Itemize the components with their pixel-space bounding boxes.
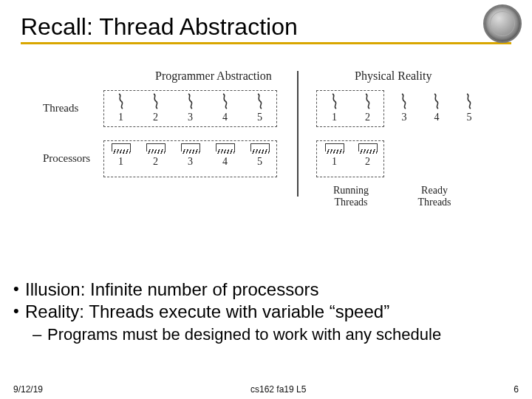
- row-label-processors: Processors: [43, 152, 90, 165]
- thread-num: 4: [208, 112, 242, 123]
- row-label-threads: Threads: [43, 102, 78, 115]
- diagram-divider: [297, 71, 299, 197]
- processor-icon: [250, 143, 270, 154]
- diagram-left-header: Programmer Abstraction: [155, 69, 272, 83]
- thread-icon: [220, 93, 231, 109]
- thread-num: 5: [242, 112, 277, 123]
- left-threads-row: 1 2 3 4 5: [103, 93, 277, 123]
- thread-icon: [464, 93, 474, 109]
- slide-title: Recall: Thread Abstraction: [21, 13, 511, 44]
- thread-num: 4: [420, 112, 453, 123]
- processor-icon: [181, 143, 200, 154]
- diagram-right-header: Physical Reality: [355, 69, 432, 83]
- thread-num: 2: [138, 112, 173, 123]
- thread-icon: [151, 93, 161, 109]
- thread-icon: [255, 93, 265, 109]
- thread-abstraction-diagram: Programmer Abstraction Physical Reality …: [59, 69, 473, 225]
- university-seal-icon: [483, 4, 522, 43]
- left-procs-row: 1 2 3 4 5: [103, 143, 277, 168]
- thread-num: 1: [318, 112, 351, 123]
- proc-num: 1: [318, 156, 351, 168]
- proc-num: 5: [242, 156, 277, 168]
- thread-icon: [330, 93, 340, 109]
- bullet-reality: Reality: Threads execute with variable “…: [25, 301, 389, 321]
- thread-num: 1: [103, 112, 138, 123]
- thread-num: 5: [453, 112, 485, 123]
- footer-date: 9/12/19: [13, 384, 43, 395]
- bullet-list: Illusion: Infinite number of processors …: [15, 279, 517, 344]
- processor-icon: [358, 143, 378, 154]
- proc-num: 1: [103, 156, 138, 168]
- thread-icon: [363, 93, 373, 109]
- processor-icon: [112, 143, 131, 154]
- processor-icon: [146, 143, 166, 154]
- right-procs-row: 1 2: [318, 143, 384, 168]
- proc-num: 3: [173, 156, 208, 168]
- running-threads-label: Running Threads: [321, 185, 381, 208]
- proc-num: 2: [351, 156, 384, 168]
- proc-num: 2: [138, 156, 173, 168]
- thread-icon: [399, 93, 409, 109]
- thread-icon: [432, 93, 442, 109]
- thread-icon: [185, 93, 196, 109]
- bullet-sub-schedule: Programs must be designed to work with a…: [47, 325, 441, 344]
- thread-num: 3: [388, 112, 420, 123]
- processor-icon: [325, 143, 344, 154]
- bullet-illusion: Illusion: Infinite number of processors: [25, 279, 319, 299]
- footer-page: 6: [514, 384, 519, 395]
- thread-num: 3: [173, 112, 208, 123]
- ready-threads-label: Ready Threads: [405, 185, 464, 208]
- footer-course: cs162 fa19 L5: [250, 384, 306, 395]
- right-ready-threads-row: 3 4 5: [388, 93, 485, 123]
- processor-icon: [216, 143, 235, 154]
- thread-num: 2: [351, 112, 384, 123]
- proc-num: 4: [208, 156, 242, 168]
- slide-footer: 9/12/19 cs162 fa19 L5 6: [0, 384, 532, 395]
- thread-icon: [116, 93, 126, 109]
- right-running-threads-row: 1 2: [318, 93, 384, 123]
